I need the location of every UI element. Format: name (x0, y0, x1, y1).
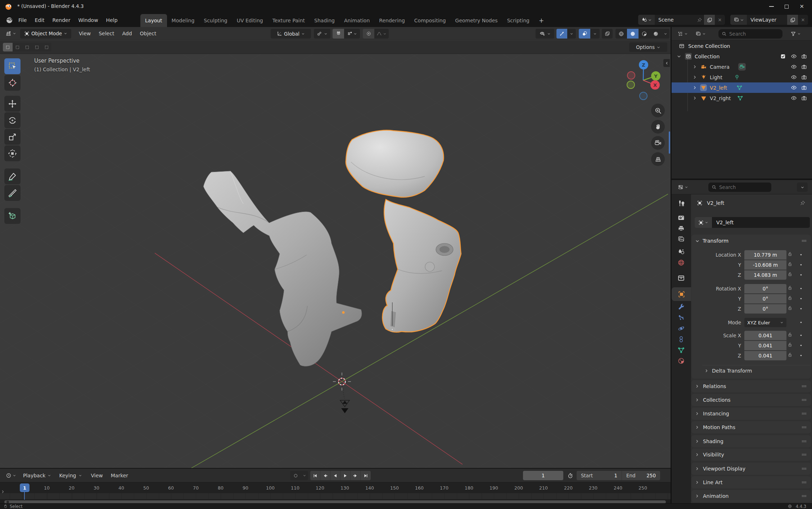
object-id-browse-button[interactable] (695, 217, 712, 228)
tab-physics[interactable] (677, 325, 685, 332)
viewport-menu-select[interactable]: Select (95, 27, 118, 40)
pan-button[interactable] (651, 120, 665, 134)
jump-to-end-button[interactable] (361, 471, 371, 480)
select-mode-intersect-button[interactable] (42, 43, 51, 51)
overlays-toggle[interactable] (579, 29, 590, 39)
chevron-right-icon[interactable] (693, 85, 697, 90)
shading-material-button[interactable] (639, 29, 650, 39)
lock-icon[interactable] (787, 352, 793, 357)
tool-select-box[interactable] (4, 58, 21, 74)
render-visibility-icon[interactable] (801, 85, 807, 91)
eye-icon[interactable] (791, 95, 797, 101)
grip-icon[interactable] (801, 238, 807, 244)
tool-measure[interactable] (4, 185, 21, 201)
tab-scripting[interactable]: Scripting (502, 14, 534, 27)
mode-selector[interactable]: Object Mode (20, 29, 71, 39)
pin-icon[interactable] (800, 200, 806, 206)
animate-dot-icon[interactable] (799, 296, 803, 301)
transform-panel-header[interactable]: Transform (691, 235, 811, 247)
app-menu-button[interactable] (4, 13, 15, 27)
tab-compositing[interactable]: Compositing (410, 14, 451, 27)
animate-dot-icon[interactable] (799, 286, 803, 291)
delta-transform-panel-header[interactable]: Delta Transform (702, 365, 810, 376)
grip-icon[interactable] (801, 465, 807, 472)
next-keyframe-button[interactable] (351, 471, 361, 480)
scene-new-button[interactable] (704, 15, 715, 25)
current-frame-field[interactable]: 1 (523, 471, 563, 480)
scrollbar-end-knob[interactable] (6, 501, 9, 503)
animate-dot-icon[interactable] (799, 333, 803, 338)
panel-animation[interactable]: Animation (691, 490, 811, 502)
grip-icon[interactable] (801, 397, 807, 403)
shading-solid-button[interactable] (627, 29, 639, 39)
select-mode-extend-button[interactable] (13, 43, 22, 51)
channel-expand-icon[interactable] (1, 490, 5, 494)
tab-texture-paint[interactable]: Texture Paint (268, 14, 310, 27)
tab-collection[interactable] (677, 274, 685, 282)
lock-icon[interactable] (787, 332, 793, 337)
play-reverse-button[interactable] (330, 471, 340, 480)
gizmos-toggle[interactable] (556, 29, 567, 39)
chevron-down-icon[interactable] (677, 54, 681, 59)
viewport-menu-view[interactable]: View (75, 27, 95, 40)
animate-dot-icon[interactable] (799, 353, 803, 358)
eye-icon[interactable] (791, 85, 797, 91)
outliner-search-input[interactable] (718, 29, 782, 39)
snap-settings-button[interactable] (344, 29, 360, 39)
start-frame-field[interactable]: Start 1 (577, 471, 622, 480)
panel-instancing[interactable]: Instancing (691, 407, 811, 420)
tab-scene[interactable] (677, 248, 685, 256)
viewport-menu-add[interactable]: Add (118, 27, 136, 40)
scene-browse-button[interactable] (638, 15, 655, 25)
tab-modifiers[interactable] (677, 303, 685, 311)
tool-move[interactable] (4, 96, 21, 112)
scene-name[interactable]: Scene (655, 17, 695, 23)
mesh-data-icon[interactable] (736, 85, 743, 91)
viewlayer-remove-button[interactable]: ✕ (798, 17, 808, 23)
lock-icon[interactable] (787, 271, 793, 277)
outliner-row-camera[interactable]: Camera (672, 62, 812, 72)
animate-dot-icon[interactable] (799, 343, 803, 348)
animate-dot-icon[interactable] (799, 306, 803, 311)
menu-edit[interactable]: Edit (31, 13, 48, 27)
loc-z-value[interactable]: 14.083 m (744, 270, 786, 280)
shading-settings-button[interactable] (662, 29, 669, 39)
outliner-row-v2-right[interactable]: V2_right (672, 93, 812, 103)
tab-uv-editing[interactable]: UV Editing (232, 14, 268, 27)
mesh-data-icon[interactable] (737, 95, 743, 101)
tool-transform[interactable] (4, 145, 21, 161)
current-frame-badge[interactable]: 1 (20, 483, 30, 492)
lock-icon[interactable] (787, 342, 793, 347)
auto-key-toggle[interactable] (290, 471, 301, 481)
render-visibility-icon[interactable] (801, 64, 807, 70)
maximize-button[interactable] (785, 5, 789, 9)
minimize-button[interactable] (769, 6, 774, 7)
animate-dot-icon[interactable] (799, 272, 803, 277)
menu-help[interactable]: Help (102, 13, 122, 27)
menu-file[interactable]: File (14, 13, 31, 27)
grip-icon[interactable] (801, 383, 807, 389)
navigation-gizmo[interactable]: Z Y X (619, 54, 669, 104)
panel-visibility[interactable]: Visibility (691, 449, 811, 461)
eye-icon[interactable] (791, 53, 797, 59)
tab-render[interactable] (677, 214, 685, 221)
render-visibility-icon[interactable] (801, 75, 807, 80)
loc-x-value[interactable]: 10.779 m (744, 250, 786, 260)
tool-cursor[interactable] (4, 75, 21, 91)
object-name-input[interactable] (712, 217, 810, 228)
eye-icon[interactable] (791, 64, 797, 70)
orthographic-toggle-button[interactable] (651, 152, 665, 166)
select-mode-invert-button[interactable] (32, 43, 42, 51)
tool-add-cube[interactable] (4, 208, 21, 224)
animate-dot-icon[interactable] (799, 252, 803, 257)
viewport-menu-object[interactable]: Object (136, 27, 161, 40)
scene-pin-button[interactable] (695, 17, 704, 23)
options-button[interactable]: Options (629, 42, 667, 52)
tab-sculpting[interactable]: Sculpting (199, 14, 232, 27)
proportional-edit-toggle[interactable] (363, 29, 374, 39)
tab-geometry-nodes[interactable]: Geometry Nodes (451, 14, 502, 27)
auto-key-settings-button[interactable] (301, 471, 308, 481)
gizmo-axis-neg-y[interactable] (627, 81, 635, 89)
timeline-track[interactable] (0, 493, 671, 500)
transform-orientation-selector[interactable]: Global (271, 29, 311, 39)
